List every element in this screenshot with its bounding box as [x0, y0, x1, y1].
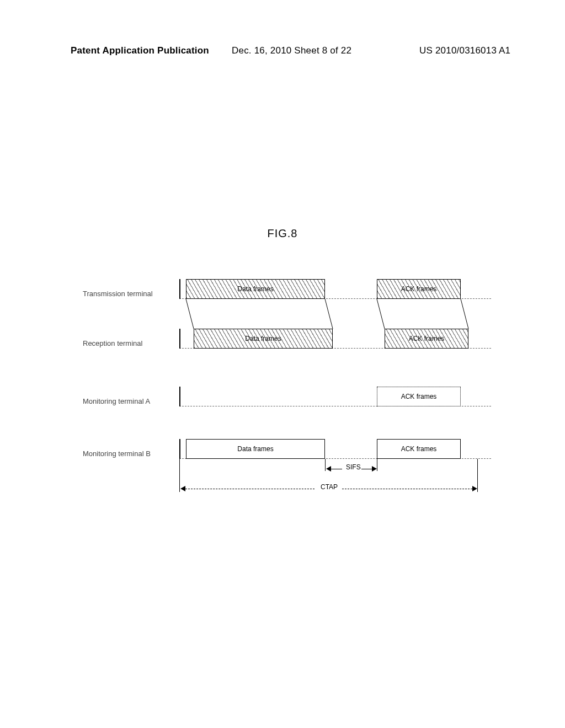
dim-line: [342, 489, 472, 489]
start-marker: [179, 387, 180, 406]
timeline-mon-b: Data frames ACK frames: [179, 430, 491, 459]
arrow-left-icon: [326, 466, 331, 472]
frame-text: ACK frames: [399, 445, 439, 453]
dim-line: [185, 489, 315, 489]
tick: [325, 459, 326, 471]
row-label-tx: Transmission terminal: [83, 290, 153, 298]
tick: [179, 459, 180, 492]
arrow-right-icon: [472, 486, 477, 491]
header-mid: Dec. 16, 2010 Sheet 8 of 22: [232, 45, 351, 56]
frame-text: ACK frames: [399, 393, 439, 400]
row-reception: Reception terminal Data frames ACK frame…: [83, 320, 491, 349]
header-left: Patent Application Publication: [71, 45, 209, 56]
timeline-rx: Data frames ACK frames: [179, 320, 491, 349]
frame-text: ACK frames: [407, 335, 447, 342]
row-label-mon-a: Monitoring terminal A: [83, 397, 150, 405]
arrow-right-icon: [372, 466, 377, 472]
row-label-rx: Reception terminal: [83, 339, 142, 347]
row-mon-a: Monitoring terminal A ACK frames: [83, 378, 491, 406]
header-right: US 2010/0316013 A1: [419, 45, 510, 56]
timeline-mon-a: ACK frames: [179, 378, 491, 406]
row-mon-b: Monitoring terminal B Data frames ACK fr…: [83, 430, 491, 459]
mon-b-data-frame: Data frames: [186, 439, 325, 459]
tick: [477, 459, 478, 492]
arrow-left-icon: [180, 486, 185, 491]
mon-a-ack-frame: ACK frames: [377, 387, 461, 406]
timing-diagram: Transmission terminal Data frames ACK fr…: [83, 270, 491, 502]
rx-data-frame: Data frames: [194, 329, 333, 349]
patent-page: Patent Application Publication Dec. 16, …: [0, 0, 565, 728]
frame-text: Data frames: [243, 335, 283, 342]
frame-text: Data frames: [235, 445, 275, 453]
rx-ack-frame: ACK frames: [385, 329, 468, 349]
ctap-label: CTAP: [317, 483, 341, 491]
mon-b-ack-frame: ACK frames: [377, 439, 461, 459]
dim-line: [331, 469, 342, 469]
start-marker: [179, 329, 180, 349]
figure-label: FIG.8: [0, 227, 565, 240]
tick: [377, 459, 377, 471]
sifs-label: SIFS: [343, 463, 364, 471]
start-marker: [179, 439, 180, 459]
row-label-mon-b: Monitoring terminal B: [83, 449, 151, 458]
dim-line: [361, 469, 372, 469]
